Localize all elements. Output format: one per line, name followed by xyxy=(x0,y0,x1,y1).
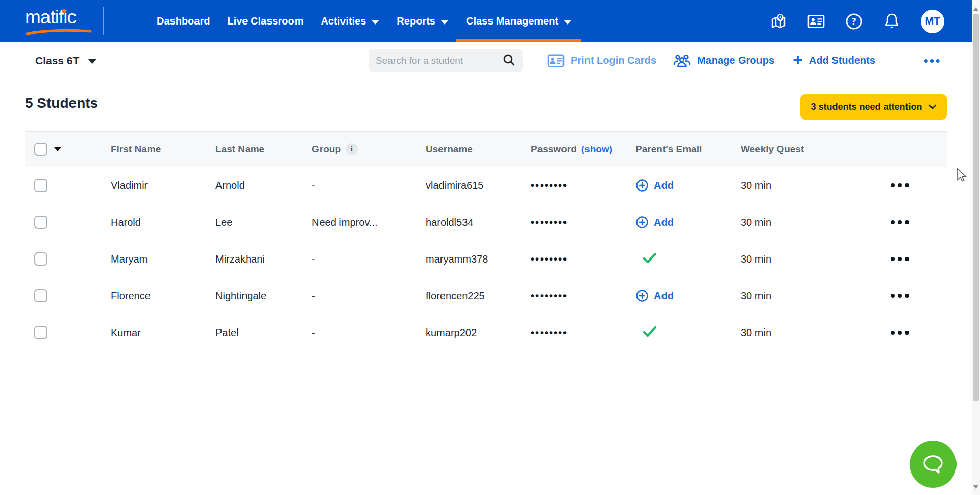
avatar-initials: MT xyxy=(925,15,940,27)
row-more-options-button[interactable] xyxy=(853,294,947,298)
help-icon[interactable]: ? xyxy=(845,13,863,30)
column-header-password: Password (show) xyxy=(531,144,635,155)
logo-text: matific xyxy=(25,7,76,28)
scroll-up-arrow-icon[interactable] xyxy=(973,7,978,11)
add-parent-email-button[interactable]: Add xyxy=(635,216,674,229)
scroll-down-arrow-icon[interactable] xyxy=(973,485,978,489)
weekly-quest-cell: 30 min xyxy=(741,253,853,265)
students-table: First Name Last Name Group i Username Pa… xyxy=(25,131,947,351)
column-header-first-name[interactable]: First Name xyxy=(111,144,215,155)
class-selector-dropdown[interactable]: Class 6T xyxy=(35,42,96,79)
row-checkbox[interactable] xyxy=(34,216,47,229)
first-name-cell: Vladimir xyxy=(111,180,215,192)
groups-icon xyxy=(673,53,691,68)
group-info-icon[interactable]: i xyxy=(346,143,358,155)
password-cell: •••••••• xyxy=(531,327,635,339)
group-cell: - xyxy=(312,253,426,265)
row-checkbox[interactable] xyxy=(34,326,47,339)
add-students-button[interactable]: + Add Students xyxy=(793,42,875,79)
row-more-options-button[interactable] xyxy=(853,220,947,224)
id-card-icon xyxy=(547,54,565,68)
nav-divider xyxy=(103,7,104,35)
last-name-cell: Mirzakhani xyxy=(215,253,312,265)
group-cell: - xyxy=(312,290,426,302)
parent-email-added-check-icon xyxy=(635,255,657,266)
row-checkbox[interactable] xyxy=(34,289,47,302)
row-more-options-button[interactable] xyxy=(853,257,947,261)
student-row: Florence Nightingale - florencen225 ••••… xyxy=(25,277,947,314)
scrollbar-thumb[interactable] xyxy=(973,14,979,401)
parents-email-cell: Add xyxy=(635,179,741,192)
weekly-quest-cell: 30 min xyxy=(741,327,853,339)
column-header-last-name[interactable]: Last Name xyxy=(215,144,312,155)
manage-groups-label: Manage Groups xyxy=(697,55,774,66)
top-nav: matific Dashboard Live Classroom Activit… xyxy=(0,0,980,42)
search-input[interactable] xyxy=(376,55,502,66)
page-scrollbar[interactable] xyxy=(972,0,980,495)
support-chat-button[interactable] xyxy=(910,441,957,488)
toolbar-divider xyxy=(913,51,913,71)
class-toolbar: Class 6T Print Login Cards xyxy=(0,42,980,79)
logo-orange-dot-icon xyxy=(62,9,66,13)
nav-item-reports[interactable]: Reports xyxy=(388,0,457,42)
notifications-bell-icon[interactable] xyxy=(883,13,900,30)
add-parent-email-button[interactable]: Add xyxy=(635,179,674,192)
curriculum-map-icon[interactable] xyxy=(770,13,787,30)
circle-plus-icon xyxy=(635,179,649,192)
nav-item-live-classroom[interactable]: Live Classroom xyxy=(218,0,312,42)
nav-item-label: Live Classroom xyxy=(227,15,303,27)
chevron-down-icon xyxy=(564,20,572,25)
row-checkbox[interactable] xyxy=(34,179,47,192)
group-cell: - xyxy=(312,327,426,339)
student-row: Harold Lee Need improv... haroldl534 •••… xyxy=(25,204,947,241)
add-parent-email-button[interactable]: Add xyxy=(635,289,674,302)
username-cell: haroldl534 xyxy=(426,217,531,228)
chevron-down-icon xyxy=(88,59,96,64)
column-header-username: Username xyxy=(426,144,531,155)
matific-class-management-screen: matific Dashboard Live Classroom Activit… xyxy=(0,0,980,495)
last-name-cell: Patel xyxy=(215,327,312,339)
nav-item-class-management[interactable]: Class Management xyxy=(457,0,580,42)
parents-email-cell: Add xyxy=(635,216,741,229)
add-students-label: Add Students xyxy=(809,55,875,66)
chevron-down-icon xyxy=(928,104,937,109)
circle-plus-icon xyxy=(635,216,649,229)
print-login-cards-label: Print Login Cards xyxy=(571,55,656,66)
print-login-cards-button[interactable]: Print Login Cards xyxy=(547,42,656,79)
row-checkbox[interactable] xyxy=(34,252,47,266)
last-name-cell: Lee xyxy=(215,217,312,228)
select-all-checkbox[interactable] xyxy=(34,143,47,156)
parent-email-added-check-icon xyxy=(635,328,657,340)
row-more-options-button[interactable] xyxy=(853,331,947,335)
first-name-cell: Kumar xyxy=(111,327,215,339)
nav-right-icons: ? MT xyxy=(770,0,944,42)
nav-item-activities[interactable]: Activities xyxy=(312,0,388,42)
table-header-row: First Name Last Name Group i Username Pa… xyxy=(25,131,947,167)
column-header-group[interactable]: Group i xyxy=(312,143,426,155)
user-avatar[interactable]: MT xyxy=(921,10,944,33)
show-passwords-link[interactable]: (show) xyxy=(581,144,612,155)
students-need-attention-button[interactable]: 3 students need attention xyxy=(800,94,947,120)
student-row: Maryam Mirzakhani - maryamm378 •••••••• … xyxy=(25,241,947,277)
student-row: Kumar Patel - kumarp202 •••••••• 30 min xyxy=(25,314,947,351)
chevron-down-icon xyxy=(440,20,449,25)
nav-item-dashboard[interactable]: Dashboard xyxy=(148,0,218,42)
username-cell: vladimira615 xyxy=(426,180,531,192)
password-cell: •••••••• xyxy=(531,217,635,228)
select-menu-caret-icon[interactable] xyxy=(54,147,61,151)
matific-logo[interactable]: matific xyxy=(25,6,96,36)
student-row: Vladimir Arnold - vladimira615 •••••••• … xyxy=(25,167,947,204)
student-search-box xyxy=(369,49,523,72)
row-more-options-button[interactable] xyxy=(853,183,947,187)
login-cards-icon[interactable] xyxy=(807,13,825,30)
search-icon[interactable] xyxy=(502,53,516,68)
more-options-button[interactable]: ••• xyxy=(924,42,941,79)
toolbar-divider xyxy=(535,51,535,71)
weekly-quest-cell: 30 min xyxy=(741,290,853,302)
first-name-cell: Maryam xyxy=(111,253,215,265)
group-cell: - xyxy=(312,180,426,192)
last-name-cell: Arnold xyxy=(215,180,312,192)
manage-groups-button[interactable]: Manage Groups xyxy=(673,42,774,79)
chat-bubble-icon xyxy=(921,454,945,475)
column-header-weekly-quest: Weekly Quest xyxy=(741,144,853,155)
